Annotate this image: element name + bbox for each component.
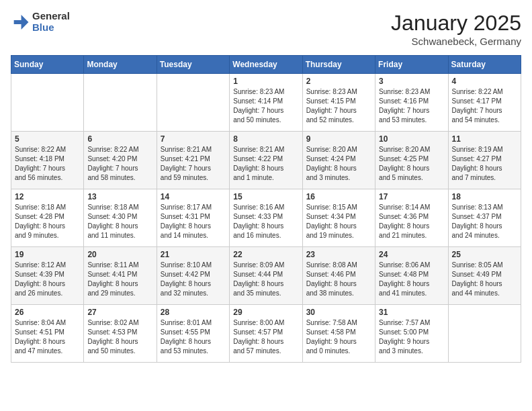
day-number: 16	[306, 192, 371, 201]
day-info: Sunrise: 8:02 AM Sunset: 4:53 PM Dayligh…	[87, 318, 152, 356]
calendar-cell: 13Sunrise: 8:18 AM Sunset: 4:30 PM Dayli…	[84, 189, 157, 247]
day-number: 21	[161, 250, 226, 259]
weekday-header-tuesday: Tuesday	[157, 56, 229, 74]
day-number: 27	[87, 308, 152, 317]
calendar-cell: 21Sunrise: 8:10 AM Sunset: 4:42 PM Dayli…	[157, 247, 229, 305]
day-number: 1	[233, 77, 298, 86]
weekday-header-monday: Monday	[84, 56, 157, 74]
calendar-cell: 3Sunrise: 8:23 AM Sunset: 4:16 PM Daylig…	[375, 74, 448, 132]
day-number: 11	[452, 134, 517, 144]
day-info: Sunrise: 8:01 AM Sunset: 4:55 PM Dayligh…	[161, 318, 226, 356]
calendar-cell: 19Sunrise: 8:12 AM Sunset: 4:39 PM Dayli…	[11, 247, 84, 305]
week-row-5: 26Sunrise: 8:04 AM Sunset: 4:51 PM Dayli…	[11, 305, 521, 363]
calendar-cell: 5Sunrise: 8:22 AM Sunset: 4:18 PM Daylig…	[11, 132, 84, 189]
calendar-cell: 11Sunrise: 8:19 AM Sunset: 4:27 PM Dayli…	[448, 132, 521, 189]
day-info: Sunrise: 7:58 AM Sunset: 4:58 PM Dayligh…	[306, 318, 371, 356]
logo-blue-text: Blue	[32, 22, 70, 34]
day-info: Sunrise: 8:10 AM Sunset: 4:42 PM Dayligh…	[161, 261, 226, 298]
week-row-1: 1Sunrise: 8:23 AM Sunset: 4:14 PM Daylig…	[11, 74, 521, 132]
logo-icon	[11, 13, 30, 32]
day-info: Sunrise: 8:17 AM Sunset: 4:31 PM Dayligh…	[161, 203, 226, 240]
day-number: 31	[379, 308, 444, 317]
day-number: 14	[161, 192, 226, 201]
calendar-cell: 14Sunrise: 8:17 AM Sunset: 4:31 PM Dayli…	[157, 189, 229, 247]
day-info: Sunrise: 8:16 AM Sunset: 4:33 PM Dayligh…	[233, 203, 298, 240]
day-info: Sunrise: 8:18 AM Sunset: 4:28 PM Dayligh…	[15, 203, 80, 240]
day-number: 15	[233, 192, 298, 201]
calendar-cell: 12Sunrise: 8:18 AM Sunset: 4:28 PM Dayli…	[11, 189, 84, 247]
calendar-cell: 4Sunrise: 8:22 AM Sunset: 4:17 PM Daylig…	[448, 74, 521, 132]
day-info: Sunrise: 8:15 AM Sunset: 4:34 PM Dayligh…	[306, 203, 371, 240]
day-number: 28	[161, 308, 226, 317]
day-info: Sunrise: 8:21 AM Sunset: 4:22 PM Dayligh…	[233, 145, 298, 183]
calendar-cell: 26Sunrise: 8:04 AM Sunset: 4:51 PM Dayli…	[11, 305, 84, 363]
calendar-cell: 18Sunrise: 8:13 AM Sunset: 4:37 PM Dayli…	[448, 189, 521, 247]
weekday-header-friday: Friday	[375, 56, 448, 74]
day-number: 3	[379, 77, 444, 86]
day-number: 12	[15, 192, 80, 201]
day-number: 13	[87, 192, 152, 201]
day-number: 17	[379, 192, 444, 201]
day-number: 18	[452, 192, 517, 201]
day-info: Sunrise: 8:11 AM Sunset: 4:41 PM Dayligh…	[87, 261, 152, 298]
calendar-cell: 25Sunrise: 8:05 AM Sunset: 4:49 PM Dayli…	[448, 247, 521, 305]
calendar-cell: 30Sunrise: 7:58 AM Sunset: 4:58 PM Dayli…	[302, 305, 375, 363]
day-number: 9	[306, 134, 371, 144]
day-number: 4	[452, 77, 517, 86]
week-row-3: 12Sunrise: 8:18 AM Sunset: 4:28 PM Dayli…	[11, 189, 521, 247]
calendar-subtitle: Schwanebeck, Germany	[391, 36, 521, 47]
day-info: Sunrise: 8:20 AM Sunset: 4:25 PM Dayligh…	[379, 145, 444, 183]
day-number: 19	[15, 250, 80, 259]
day-info: Sunrise: 8:22 AM Sunset: 4:20 PM Dayligh…	[87, 145, 152, 183]
day-info: Sunrise: 8:09 AM Sunset: 4:44 PM Dayligh…	[233, 261, 298, 298]
day-info: Sunrise: 8:21 AM Sunset: 4:21 PM Dayligh…	[161, 145, 226, 183]
calendar-cell: 20Sunrise: 8:11 AM Sunset: 4:41 PM Dayli…	[84, 247, 157, 305]
day-number: 8	[233, 134, 298, 144]
calendar-cell: 2Sunrise: 8:23 AM Sunset: 4:15 PM Daylig…	[302, 74, 375, 132]
calendar-cell	[448, 305, 521, 363]
day-number: 20	[87, 250, 152, 259]
day-number: 7	[161, 134, 226, 144]
calendar-cell: 10Sunrise: 8:20 AM Sunset: 4:25 PM Dayli…	[375, 132, 448, 189]
week-row-4: 19Sunrise: 8:12 AM Sunset: 4:39 PM Dayli…	[11, 247, 521, 305]
day-info: Sunrise: 8:22 AM Sunset: 4:18 PM Dayligh…	[15, 145, 80, 183]
day-number: 2	[306, 77, 371, 86]
day-info: Sunrise: 8:06 AM Sunset: 4:48 PM Dayligh…	[379, 261, 444, 298]
calendar-cell	[11, 74, 84, 132]
title-area: January 2025 Schwanebeck, Germany	[391, 11, 521, 47]
logo: General Blue	[11, 11, 70, 33]
weekday-header-row: SundayMondayTuesdayWednesdayThursdayFrid…	[11, 56, 521, 74]
calendar-cell: 15Sunrise: 8:16 AM Sunset: 4:33 PM Dayli…	[230, 189, 302, 247]
day-number: 5	[15, 134, 80, 144]
day-info: Sunrise: 8:13 AM Sunset: 4:37 PM Dayligh…	[452, 203, 517, 240]
day-info: Sunrise: 8:23 AM Sunset: 4:15 PM Dayligh…	[306, 87, 371, 125]
day-info: Sunrise: 8:08 AM Sunset: 4:46 PM Dayligh…	[306, 261, 371, 298]
day-number: 10	[379, 134, 444, 144]
calendar-title: January 2025	[391, 11, 521, 36]
day-number: 24	[379, 250, 444, 259]
day-info: Sunrise: 8:04 AM Sunset: 4:51 PM Dayligh…	[15, 318, 80, 356]
calendar-cell: 1Sunrise: 8:23 AM Sunset: 4:14 PM Daylig…	[230, 74, 302, 132]
calendar-cell: 23Sunrise: 8:08 AM Sunset: 4:46 PM Dayli…	[302, 247, 375, 305]
calendar-cell: 7Sunrise: 8:21 AM Sunset: 4:21 PM Daylig…	[157, 132, 229, 189]
day-number: 22	[233, 250, 298, 259]
header: General Blue January 2025 Schwanebeck, G…	[11, 11, 521, 47]
calendar-cell: 29Sunrise: 8:00 AM Sunset: 4:57 PM Dayli…	[230, 305, 302, 363]
weekday-header-sunday: Sunday	[11, 56, 84, 74]
day-info: Sunrise: 8:00 AM Sunset: 4:57 PM Dayligh…	[233, 318, 298, 356]
calendar-cell: 28Sunrise: 8:01 AM Sunset: 4:55 PM Dayli…	[157, 305, 229, 363]
day-info: Sunrise: 8:12 AM Sunset: 4:39 PM Dayligh…	[15, 261, 80, 298]
calendar-cell: 24Sunrise: 8:06 AM Sunset: 4:48 PM Dayli…	[375, 247, 448, 305]
calendar-cell: 17Sunrise: 8:14 AM Sunset: 4:36 PM Dayli…	[375, 189, 448, 247]
weekday-header-thursday: Thursday	[302, 56, 375, 74]
week-row-2: 5Sunrise: 8:22 AM Sunset: 4:18 PM Daylig…	[11, 132, 521, 189]
weekday-header-wednesday: Wednesday	[230, 56, 302, 74]
calendar-cell: 16Sunrise: 8:15 AM Sunset: 4:34 PM Dayli…	[302, 189, 375, 247]
day-number: 25	[452, 250, 517, 259]
day-info: Sunrise: 8:23 AM Sunset: 4:16 PM Dayligh…	[379, 87, 444, 125]
logo-text: General Blue	[32, 11, 70, 33]
calendar-cell: 8Sunrise: 8:21 AM Sunset: 4:22 PM Daylig…	[230, 132, 302, 189]
calendar-cell: 9Sunrise: 8:20 AM Sunset: 4:24 PM Daylig…	[302, 132, 375, 189]
day-info: Sunrise: 8:22 AM Sunset: 4:17 PM Dayligh…	[452, 87, 517, 125]
calendar-cell	[84, 74, 157, 132]
